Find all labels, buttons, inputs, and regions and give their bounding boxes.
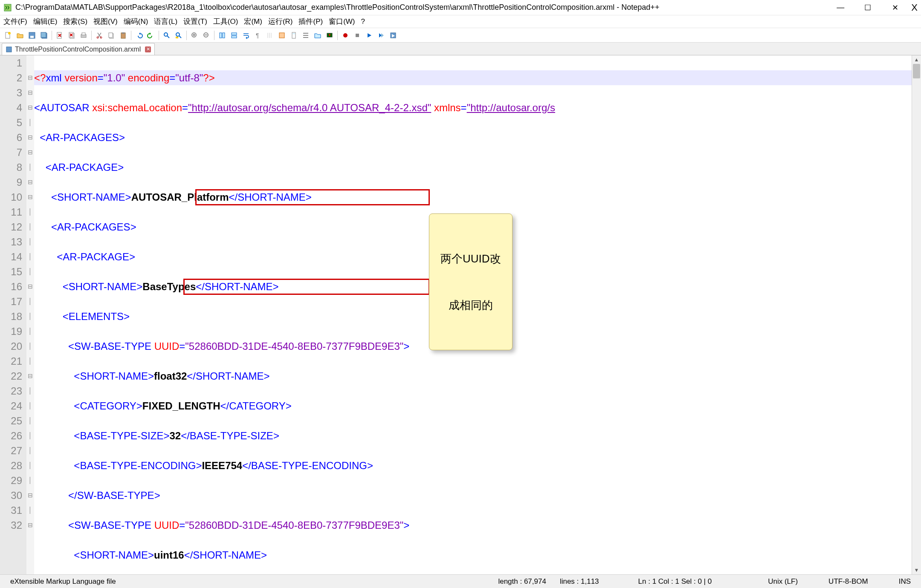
svg-rect-20 bbox=[176, 37, 178, 38]
menubar: 文件(F) 编辑(E) 搜索(S) 视图(V) 编码(N) 语言(L) 设置(T… bbox=[0, 15, 921, 28]
svg-rect-23 bbox=[220, 33, 222, 38]
svg-rect-30 bbox=[293, 33, 295, 34]
sync-hscroll-icon[interactable] bbox=[229, 30, 240, 41]
monitor-icon[interactable] bbox=[324, 30, 335, 41]
svg-rect-34 bbox=[356, 34, 359, 37]
annotation-box-1 bbox=[195, 189, 430, 205]
svg-rect-0 bbox=[4, 4, 11, 11]
file-tab-label: ThrottlePositionControlComposition.arxml bbox=[15, 46, 141, 53]
status-encoding: UTF-8-BOM bbox=[822, 577, 875, 586]
svg-point-33 bbox=[343, 33, 348, 37]
menu-file[interactable]: 文件(F) bbox=[3, 17, 27, 26]
menu-tools[interactable]: 工具(O) bbox=[213, 17, 238, 26]
svg-rect-11 bbox=[82, 33, 85, 35]
status-language: eXtensible Markup Language file bbox=[3, 577, 123, 586]
close-button[interactable]: ✕ bbox=[889, 3, 901, 12]
status-bar: eXtensible Markup Language file length :… bbox=[0, 574, 921, 588]
svg-point-32 bbox=[329, 34, 330, 36]
zoom-out-icon[interactable] bbox=[201, 30, 212, 41]
vertical-scrollbar[interactable]: ▲ ▼ bbox=[912, 55, 921, 574]
print-icon[interactable] bbox=[78, 30, 89, 41]
editor[interactable]: 1234567891011121314151617181920212223242… bbox=[0, 55, 921, 574]
outer-close[interactable]: X bbox=[911, 2, 918, 13]
status-eol: Unix (LF) bbox=[761, 577, 805, 586]
menu-language[interactable]: 语言(L) bbox=[154, 17, 177, 26]
svg-rect-17 bbox=[122, 32, 125, 34]
menu-run[interactable]: 运行(R) bbox=[268, 17, 293, 26]
status-length: length : 67,974 bbox=[491, 577, 553, 586]
menu-view[interactable]: 视图(V) bbox=[93, 17, 118, 26]
undo-icon[interactable] bbox=[133, 30, 145, 41]
indent-guide-icon[interactable] bbox=[264, 30, 275, 41]
svg-point-19 bbox=[176, 33, 180, 36]
tab-bar: ThrottlePositionControlComposition.arxml… bbox=[0, 43, 921, 55]
scroll-up-icon[interactable]: ▲ bbox=[912, 55, 921, 64]
svg-rect-15 bbox=[109, 33, 113, 37]
menu-macro[interactable]: 宏(M) bbox=[244, 17, 262, 26]
scroll-down-icon[interactable]: ▼ bbox=[912, 566, 921, 574]
file-tab-icon bbox=[6, 46, 12, 53]
status-lines: lines : 1,113 bbox=[553, 577, 606, 586]
menu-plugins[interactable]: 插件(P) bbox=[298, 17, 323, 26]
menu-settings[interactable]: 设置(T) bbox=[183, 17, 207, 26]
close-file-icon[interactable] bbox=[54, 30, 65, 41]
window-controls: — ☐ ✕ bbox=[834, 3, 901, 12]
svg-rect-26 bbox=[232, 36, 237, 38]
folder-workspace-icon[interactable] bbox=[312, 30, 323, 41]
copy-icon[interactable] bbox=[106, 30, 117, 41]
zoom-in-icon[interactable] bbox=[189, 30, 200, 41]
show-all-chars-icon[interactable]: ¶ bbox=[252, 30, 264, 41]
annotation-box-2 bbox=[183, 279, 430, 295]
svg-rect-36 bbox=[6, 47, 12, 52]
play-multi-icon[interactable] bbox=[376, 30, 387, 41]
code-area[interactable]: <?xml version="1.0" encoding="utf-8"?> <… bbox=[34, 55, 912, 574]
tab-close-icon[interactable]: ✕ bbox=[145, 46, 151, 52]
maximize-button[interactable]: ☐ bbox=[862, 3, 874, 12]
menu-encoding[interactable]: 编码(N) bbox=[124, 17, 148, 26]
save-all-icon[interactable] bbox=[38, 30, 49, 41]
paste-icon[interactable] bbox=[118, 30, 129, 41]
func-list-icon[interactable] bbox=[300, 30, 311, 41]
svg-rect-6 bbox=[41, 32, 46, 37]
svg-point-2 bbox=[8, 32, 11, 35]
replace-icon[interactable] bbox=[173, 30, 184, 41]
file-tab[interactable]: ThrottlePositionControlComposition.arxml… bbox=[2, 43, 155, 55]
find-icon[interactable] bbox=[161, 30, 172, 41]
open-file-icon[interactable] bbox=[14, 30, 26, 41]
new-file-icon[interactable] bbox=[3, 30, 14, 41]
scrollbar-thumb[interactable] bbox=[913, 64, 920, 78]
status-position: Ln : 1 Col : 1 Sel : 0 | 0 bbox=[631, 577, 719, 586]
svg-rect-4 bbox=[30, 36, 34, 38]
cut-icon[interactable] bbox=[94, 30, 105, 41]
svg-text:¶: ¶ bbox=[256, 32, 259, 39]
status-mode: INS bbox=[892, 577, 918, 586]
record-macro-icon[interactable] bbox=[340, 30, 351, 41]
menu-window[interactable]: 窗口(W) bbox=[329, 17, 355, 26]
doc-map-icon[interactable] bbox=[288, 30, 299, 41]
stop-macro-icon[interactable] bbox=[352, 30, 363, 41]
save-icon[interactable] bbox=[26, 30, 38, 41]
menu-edit[interactable]: 编辑(E) bbox=[33, 17, 58, 26]
udl-icon[interactable] bbox=[276, 30, 287, 41]
menu-help[interactable]: ? bbox=[361, 17, 365, 26]
close-all-icon[interactable] bbox=[66, 30, 77, 41]
toolbar: ¶ bbox=[0, 28, 921, 43]
menu-search[interactable]: 搜索(S) bbox=[63, 17, 87, 26]
app-icon bbox=[3, 3, 12, 12]
svg-rect-28 bbox=[279, 33, 284, 38]
svg-rect-25 bbox=[232, 33, 237, 35]
wordwrap-icon[interactable] bbox=[240, 30, 252, 41]
svg-rect-24 bbox=[223, 33, 225, 38]
play-macro-icon[interactable] bbox=[364, 30, 375, 41]
redo-icon[interactable] bbox=[145, 30, 156, 41]
line-number-gutter: 1234567891011121314151617181920212223242… bbox=[0, 55, 26, 574]
titlebar: C:\ProgramData\MATLAB\SupportPackages\R2… bbox=[0, 0, 921, 15]
annotation-callout: 两个UUID改 成相同的 bbox=[429, 213, 513, 350]
sync-vscroll-icon[interactable] bbox=[217, 30, 228, 41]
save-macro-icon[interactable] bbox=[388, 30, 399, 41]
minimize-button[interactable]: — bbox=[834, 3, 846, 12]
svg-point-18 bbox=[164, 33, 168, 36]
fold-column[interactable]: ⊟⊟⊟│⊟⊟│⊟⊟│││││⊟│││││⊟│││││││⊟│⊟ bbox=[26, 55, 34, 574]
window-title: C:\ProgramData\MATLAB\SupportPackages\R2… bbox=[15, 3, 829, 12]
